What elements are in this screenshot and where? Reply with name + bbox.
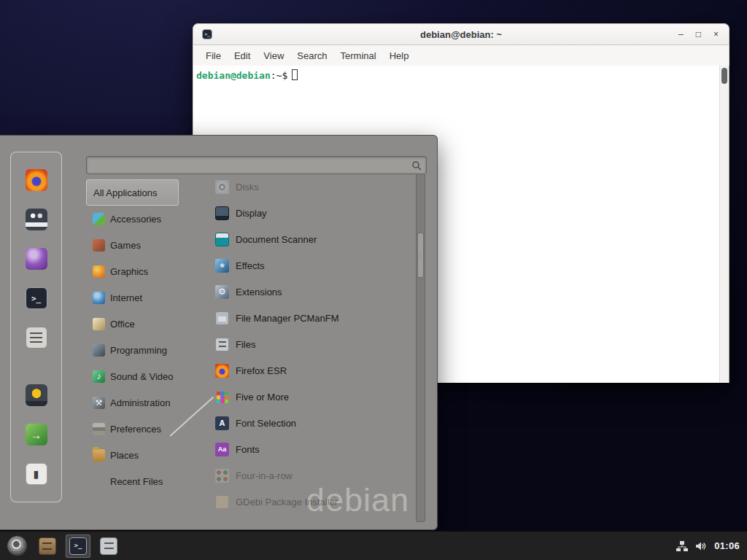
app-item-firefox-esr[interactable]: Firefox ESR (208, 357, 412, 384)
category-label: Administration (110, 397, 170, 408)
file-manager-icon (39, 537, 56, 555)
network-icon[interactable] (676, 541, 688, 551)
app-item-files[interactable]: Files (208, 331, 412, 357)
category-graphics[interactable]: Graphics (86, 258, 196, 284)
software-list-icon (26, 327, 47, 349)
prompt-line: debian@debian:~$ (196, 69, 717, 81)
quit-button[interactable] (25, 462, 48, 486)
category-preferences[interactable]: Preferences (86, 416, 196, 442)
files-launcher[interactable] (96, 534, 121, 558)
app-label: Extensions (236, 287, 282, 298)
menu-button[interactable] (4, 534, 29, 558)
system-tray: 01:06 (676, 540, 747, 551)
office-icon (93, 318, 105, 330)
app-label: Font Selection (236, 418, 296, 429)
app-label: Disks (236, 182, 259, 192)
accessories-icon (93, 213, 105, 225)
app-label: Firefox ESR (236, 365, 287, 376)
administration-icon (93, 397, 105, 409)
apps-scrollbar[interactable] (416, 174, 425, 522)
app-item-file-manager-pcmanfm[interactable]: File Manager PCManFM (208, 305, 412, 331)
minimize-button[interactable]: – (678, 29, 684, 39)
favorite-pidgin[interactable] (25, 247, 48, 271)
internet-icon (93, 292, 105, 304)
four-in-a-row-icon (215, 469, 229, 483)
category-accessories[interactable]: Accessories (86, 206, 196, 232)
favorite-terminal[interactable] (25, 287, 48, 310)
app-item-display[interactable]: Display (208, 200, 412, 226)
app-item-extensions[interactable]: Extensions (208, 279, 412, 305)
search-icon (411, 160, 422, 171)
file-manager-launcher[interactable] (35, 534, 60, 558)
category-administration[interactable]: Administration (86, 389, 196, 416)
lock-screen-button[interactable] (25, 384, 48, 407)
category-places[interactable]: Places (86, 442, 196, 468)
favorite-users[interactable] (25, 208, 48, 231)
category-all-applications[interactable]: All Applications (86, 179, 179, 206)
menu-terminal[interactable]: Terminal (334, 50, 383, 61)
app-item-five-or-more[interactable]: Five or More (208, 384, 412, 410)
terminal-scrollbar-thumb[interactable] (721, 68, 727, 84)
prompt-user-host: debian@debian (196, 70, 271, 81)
terminal-launcher[interactable] (66, 534, 90, 558)
app-item-gdebi-package-installer[interactable]: GDebi Package Installer (208, 489, 412, 515)
files-icon (215, 338, 229, 351)
menu-help[interactable]: Help (383, 50, 416, 61)
close-button[interactable]: × (713, 29, 719, 39)
disks-icon (215, 180, 229, 194)
lock-screen-icon (26, 384, 47, 406)
category-programming[interactable]: Programming (86, 337, 196, 363)
log-out-button[interactable] (25, 423, 48, 446)
sound-video-icon (93, 370, 105, 383)
terminal-scrollbar[interactable] (719, 66, 729, 383)
firefox-icon (215, 364, 229, 378)
fonts-icon (215, 443, 229, 456)
category-label: Games (110, 240, 141, 251)
menu-view[interactable]: View (257, 50, 290, 61)
category-office[interactable]: Office (86, 311, 196, 337)
category-recent-files[interactable]: Recent Files (86, 468, 196, 494)
category-internet[interactable]: Internet (86, 284, 196, 311)
volume-icon[interactable] (695, 541, 707, 551)
search-input[interactable] (91, 157, 411, 174)
pcmanfm-icon (215, 311, 229, 325)
menu-search-box[interactable] (86, 156, 427, 174)
display-icon (215, 206, 229, 220)
terminal-menubar: File Edit View Search Terminal Help (193, 45, 729, 66)
terminal-app-icon (202, 29, 212, 39)
app-item-font-selection[interactable]: Font Selection (208, 410, 412, 436)
category-games[interactable]: Games (86, 232, 196, 258)
menu-edit[interactable]: Edit (228, 50, 257, 61)
five-or-more-icon (215, 390, 229, 404)
category-sound-video[interactable]: Sound & Video (86, 363, 196, 389)
menu-file[interactable]: File (199, 50, 228, 61)
app-item-disks[interactable]: Disks (208, 174, 412, 200)
category-list: All Applications Accessories Games Graph… (86, 179, 196, 494)
pidgin-icon (26, 248, 47, 270)
programming-icon (93, 344, 105, 357)
quit-icon (26, 463, 47, 485)
category-label: Sound & Video (110, 371, 174, 382)
favorite-software[interactable] (25, 326, 48, 349)
apps-scrollbar-thumb[interactable] (417, 233, 424, 278)
app-label: Display (236, 208, 267, 219)
app-item-effects[interactable]: Effects (208, 252, 412, 279)
maximize-button[interactable]: □ (696, 29, 701, 39)
terminal-titlebar[interactable]: debian@debian: ~ – □ × (193, 23, 729, 45)
app-label: File Manager PCManFM (236, 313, 339, 324)
app-item-document-scanner[interactable]: Document Scanner (208, 226, 412, 252)
window-controls: – □ × (678, 29, 729, 39)
category-label: Accessories (110, 214, 161, 225)
app-item-fonts[interactable]: Fonts (208, 436, 412, 462)
terminal-icon (69, 537, 87, 555)
category-label: Graphics (110, 266, 148, 277)
menu-search[interactable]: Search (290, 50, 333, 61)
session-buttons-group (25, 384, 48, 486)
app-label: GDebi Package Installer (236, 497, 338, 508)
category-label: Programming (110, 345, 167, 356)
favorites-sidebar (10, 152, 62, 502)
places-icon (93, 449, 105, 462)
app-item-four-in-a-row[interactable]: Four-in-a-row (208, 462, 412, 489)
clock[interactable]: 01:06 (714, 540, 740, 551)
favorite-firefox[interactable] (25, 168, 48, 192)
